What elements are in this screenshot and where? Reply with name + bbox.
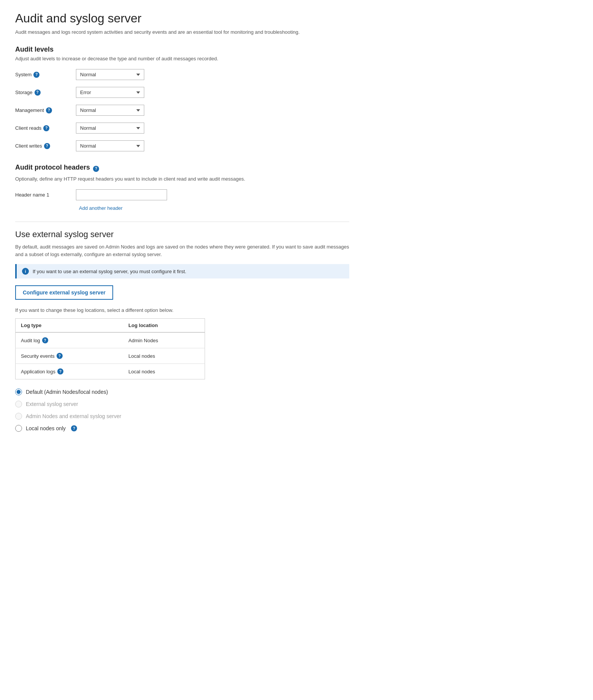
radio-admin-external-label: Admin Nodes and external syslog server — [26, 413, 121, 419]
page-subtitle: Audit messages and logs record system ac… — [15, 29, 349, 35]
audit-log-help-icon[interactable]: ? — [42, 337, 48, 343]
management-field-row: Management ? Off Error Normal Debug — [15, 105, 349, 116]
storage-help-icon[interactable]: ? — [35, 90, 41, 96]
client-writes-label: Client writes ? — [15, 143, 76, 149]
col-log-type: Log type — [16, 319, 123, 333]
table-row: Application logs ? Local nodes — [16, 364, 205, 379]
management-help-icon[interactable]: ? — [46, 107, 52, 113]
log-location-desc: If you want to change these log location… — [15, 307, 349, 313]
radio-local-only-label[interactable]: Local nodes only — [26, 425, 66, 431]
protocol-headers-desc: Optionally, define any HTTP request head… — [15, 176, 349, 182]
row-applogs-type: Application logs ? — [16, 364, 123, 379]
client-writes-field-row: Client writes ? Off Error Normal Debug — [15, 140, 349, 151]
info-icon: i — [22, 268, 29, 275]
radio-external-row: External syslog server — [15, 401, 349, 407]
system-field-row: System ? Off Error Normal Debug — [15, 69, 349, 80]
radio-options-group: Default (Admin Nodes/local nodes) Extern… — [15, 389, 349, 432]
header-name-input[interactable] — [76, 189, 167, 200]
client-reads-help-icon[interactable]: ? — [43, 125, 49, 131]
row-audit-location: Admin Nodes — [123, 332, 205, 348]
storage-field-row: Storage ? Off Error Normal Debug — [15, 87, 349, 98]
external-syslog-desc: By default, audit messages are saved on … — [15, 243, 349, 258]
col-log-location: Log location — [123, 319, 205, 333]
system-select[interactable]: Off Error Normal Debug — [76, 69, 144, 80]
radio-admin-external[interactable] — [15, 413, 22, 420]
protocol-headers-title: Audit protocol headers — [15, 164, 90, 171]
info-banner: i If you want to use an external syslog … — [15, 264, 349, 278]
radio-local-only-row: Local nodes only ? — [15, 425, 349, 432]
table-header-row: Log type Log location — [16, 319, 205, 333]
table-row: Security events ? Local nodes — [16, 348, 205, 364]
system-label: System ? — [15, 72, 76, 78]
protocol-headers-title-row: Audit protocol headers ? — [15, 164, 349, 174]
external-syslog-title: Use external syslog server — [15, 230, 349, 239]
table-row: Audit log ? Admin Nodes — [16, 332, 205, 348]
audit-levels-title: Audit levels — [15, 46, 349, 53]
security-events-help-icon[interactable]: ? — [57, 353, 63, 359]
client-writes-help-icon[interactable]: ? — [44, 143, 50, 149]
info-banner-text: If you want to use an external syslog se… — [33, 269, 186, 274]
radio-default-row: Default (Admin Nodes/local nodes) — [15, 389, 349, 395]
audit-levels-desc: Adjust audit levels to increase or decre… — [15, 56, 349, 61]
client-reads-field-row: Client reads ? Off Error Normal Debug — [15, 123, 349, 134]
radio-external[interactable] — [15, 401, 22, 407]
external-syslog-section: Use external syslog server By default, a… — [15, 230, 349, 432]
log-location-table: Log type Log location Audit log ? Admin … — [15, 318, 205, 379]
client-reads-select[interactable]: Off Error Normal Debug — [76, 123, 144, 134]
row-applogs-location: Local nodes — [123, 364, 205, 379]
radio-default-label[interactable]: Default (Admin Nodes/local nodes) — [26, 389, 108, 395]
management-label: Management ? — [15, 107, 76, 113]
management-select[interactable]: Off Error Normal Debug — [76, 105, 144, 116]
row-audit-type: Audit log ? — [16, 332, 123, 348]
audit-levels-section: Audit levels Adjust audit levels to incr… — [15, 46, 349, 151]
radio-default[interactable] — [15, 389, 22, 395]
add-header-link[interactable]: Add another header — [79, 205, 123, 211]
storage-select[interactable]: Off Error Normal Debug — [76, 87, 144, 98]
radio-external-label: External syslog server — [26, 401, 78, 407]
row-security-type: Security events ? — [16, 348, 123, 364]
protocol-headers-help-icon[interactable]: ? — [93, 166, 99, 172]
radio-local-only[interactable] — [15, 425, 22, 432]
section-divider — [15, 222, 349, 222]
header-name-label: Header name 1 — [15, 192, 76, 198]
application-logs-help-icon[interactable]: ? — [57, 368, 63, 374]
row-security-location: Local nodes — [123, 348, 205, 364]
header-name-row: Header name 1 — [15, 189, 349, 200]
page-title: Audit and syslog server — [15, 11, 349, 25]
protocol-headers-section: Audit protocol headers ? Optionally, def… — [15, 164, 349, 211]
radio-admin-external-row: Admin Nodes and external syslog server — [15, 413, 349, 420]
client-writes-select[interactable]: Off Error Normal Debug — [76, 140, 144, 151]
configure-syslog-button[interactable]: Configure external syslog server — [15, 285, 113, 300]
local-nodes-help-icon[interactable]: ? — [71, 425, 77, 431]
client-reads-label: Client reads ? — [15, 125, 76, 131]
system-help-icon[interactable]: ? — [33, 72, 39, 78]
storage-label: Storage ? — [15, 90, 76, 96]
add-header-row: Add another header — [15, 205, 349, 211]
